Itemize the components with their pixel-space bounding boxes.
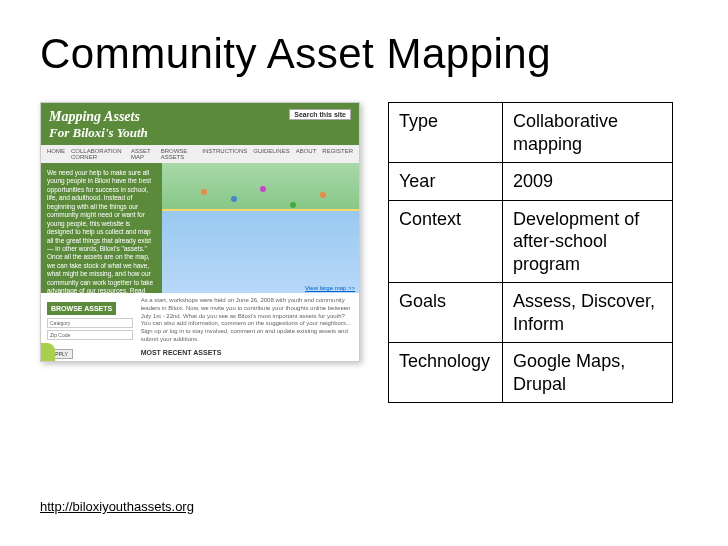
table-label: Year: [389, 163, 503, 201]
nav-item: COLLABORATION CORNER: [71, 148, 125, 160]
filter-zip: Zip Code: [47, 330, 133, 340]
view-large-link: View large map >>: [305, 285, 355, 291]
nav-item: ASSET MAP: [131, 148, 155, 160]
thumb-header-line2: For Biloxi's Youth: [49, 125, 351, 141]
nav-item: INSTRUCTIONS: [202, 148, 247, 160]
table-label: Technology: [389, 343, 503, 403]
table-label: Goals: [389, 283, 503, 343]
browse-assets-button: BROWSE ASSETS: [47, 302, 116, 315]
recent-header: MOST RECENT ASSETS: [141, 348, 353, 357]
table-row: Technology Google Maps, Drupal: [389, 343, 673, 403]
source-url: http://biloxiyouthassets.org: [40, 499, 688, 514]
content-row: Mapping Assets For Biloxi's Youth Search…: [40, 102, 688, 499]
nav-item: HOME: [47, 148, 65, 160]
table-row: Type Collaborative mapping: [389, 103, 673, 163]
info-table: Type Collaborative mapping Year 2009 Con…: [388, 102, 673, 403]
table-label: Context: [389, 200, 503, 283]
map-marker-icon: [320, 192, 326, 198]
table-row: Goals Assess, Discover, Inform: [389, 283, 673, 343]
table-value: Google Maps, Drupal: [503, 343, 673, 403]
thumb-sidebar: BROWSE ASSETS Category Zip Code APPLY: [47, 297, 133, 361]
map-marker-icon: [201, 189, 207, 195]
nav-item: REGISTER: [322, 148, 353, 160]
thumb-search-box: Search this site: [289, 109, 351, 120]
table-label: Type: [389, 103, 503, 163]
table-value: Collaborative mapping: [503, 103, 673, 163]
table-value: Assess, Discover, Inform: [503, 283, 673, 343]
map-marker-icon: [260, 186, 266, 192]
table-row: Context Development of after-school prog…: [389, 200, 673, 283]
page-title: Community Asset Mapping: [40, 30, 688, 78]
table-value: Development of after-school program: [503, 200, 673, 283]
map-marker-icon: [290, 202, 296, 208]
thumb-map: View large map >>: [162, 163, 359, 293]
blurb-text: We need your help to make sure all young…: [47, 169, 153, 294]
nav-item: BROWSE ASSETS: [161, 148, 197, 160]
table-row: Year 2009: [389, 163, 673, 201]
thumb-main: As a start, workshops were held on June …: [141, 297, 353, 361]
website-screenshot: Mapping Assets For Biloxi's Youth Search…: [40, 102, 360, 362]
nav-item: GUIDELINES: [253, 148, 289, 160]
map-marker-icon: [231, 196, 237, 202]
thumb-header: Mapping Assets For Biloxi's Youth Search…: [41, 103, 359, 145]
table-value: 2009: [503, 163, 673, 201]
thumb-accent-icon: [41, 343, 55, 361]
nav-item: ABOUT: [296, 148, 317, 160]
thumb-blurb: We need your help to make sure all young…: [41, 163, 162, 293]
asset-link: YMCA SPORTS: [141, 359, 353, 362]
thumb-nav: HOME COLLABORATION CORNER ASSET MAP BROW…: [41, 145, 359, 163]
slide: Community Asset Mapping Mapping Assets F…: [0, 0, 728, 546]
thumb-lower: BROWSE ASSETS Category Zip Code APPLY As…: [41, 293, 359, 362]
filter-category: Category: [47, 318, 133, 328]
thumb-body: We need your help to make sure all young…: [41, 163, 359, 293]
lower-desc: As a start, workshops were held on June …: [141, 297, 353, 344]
